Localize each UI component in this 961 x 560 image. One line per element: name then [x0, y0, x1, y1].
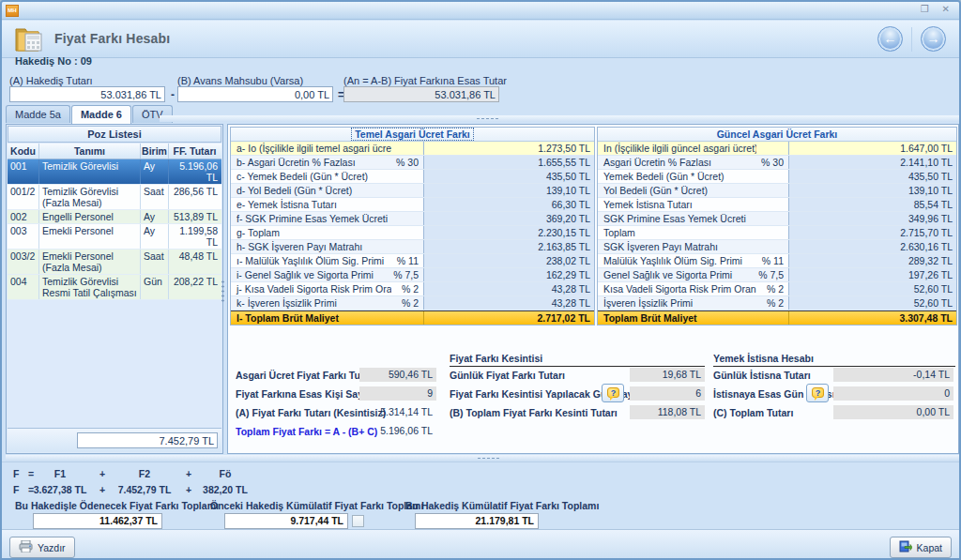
gunluk-fiyat-farki-value: 19,68 TL: [630, 368, 705, 382]
formula-plus-1: +: [99, 468, 105, 479]
column-header-tanimi[interactable]: Tanımı: [39, 144, 141, 159]
poz-list-title: Poz Listesi: [8, 126, 221, 143]
poz-list-header: Kodu Tanımı Birim FF. Tutarı: [8, 144, 221, 159]
formula-f-2: F: [13, 484, 19, 495]
nav-back-button[interactable]: ←: [877, 26, 903, 52]
bottom-splitter[interactable]: [6, 455, 959, 462]
istisna-help-button[interactable]: ?: [806, 384, 829, 402]
vertical-splitter-grip-icon[interactable]: [221, 280, 224, 304]
maximize-button[interactable]: ❐: [921, 4, 929, 14]
kesinti-help-button[interactable]: ?: [602, 384, 624, 402]
calc-row-label: c- Yemek Bedeli (Gün * Ücret): [231, 170, 391, 183]
calc-row-value: 43,28 TL: [423, 296, 594, 310]
calc-row-label: j- Kısa Vadeli Sigorta Risk Prim Oranı: [231, 282, 391, 295]
calc-row-label: Asgari Ücretin % Fazlası: [598, 156, 756, 169]
poz-description-cell: Temizlik Görevlisi: [39, 159, 141, 184]
close-button[interactable]: Kapat: [890, 537, 952, 558]
toplam-fiyat-farki-label: Toplam Fiyat Farkı = A - (B+ C): [236, 426, 377, 437]
app-icon: MH: [6, 5, 19, 17]
poz-code-cell: 003: [8, 224, 39, 249]
minus-operator: -: [171, 88, 175, 101]
calc-row-percent: [391, 240, 423, 253]
guncel-total-row: Toplam Brüt Maliyet 3.307,48 TL: [598, 310, 956, 325]
poz-list-panel: Poz Listesi Kodu Tanımı Birim FF. Tutarı…: [6, 124, 223, 454]
table-row[interactable]: 002 Engelli Personel Ay 513,89 TL: [8, 210, 221, 224]
table-row[interactable]: 003/2 Emekli Personel (Fazla Mesai) Saat…: [8, 250, 221, 275]
poz-code-cell: 001/2: [8, 185, 39, 209]
fiyat-farki-kesintisiz-value: 5.314,14 TL: [359, 405, 436, 419]
calc-row-percent: [391, 198, 423, 211]
help-bubble-icon: ?: [607, 387, 619, 398]
folder-calculator-icon: [13, 23, 49, 58]
poz-amount-cell: 1.199,58 TL: [169, 224, 221, 249]
asgari-ucret-fark-value: 590,46 TL: [359, 368, 436, 382]
nav-forward-button[interactable]: →: [921, 26, 946, 52]
calc-row-label: İşveren İşsizlik Primi: [598, 296, 756, 310]
poz-unit-cell: Saat: [141, 185, 169, 209]
table-row[interactable]: 001 Temizlik Görevlisi Ay 5.196,06 TL: [8, 159, 221, 185]
table-row[interactable]: 004 Temizlik Görevlisi Resmi Tatil Çalış…: [8, 275, 221, 300]
calc-row-label: k- İşveren İşsizlik Primi: [231, 296, 391, 310]
calc-row-label: Toplam: [598, 226, 756, 239]
poz-amount-cell: 286,56 TL: [169, 185, 221, 209]
tab-madde-5a[interactable]: Madde 5a: [6, 105, 70, 123]
calc-row-label: Yol Bedeli (Gün * Ücret): [598, 184, 756, 197]
table-row[interactable]: 003 Emekli Personel Ay 1.199,58 TL: [8, 224, 221, 250]
calc-row-percent: [756, 170, 788, 183]
calc-row-percent: % 7,5: [756, 268, 788, 281]
formula-section: F = F1 + F2 + Fö F = 3.627,38 TL + 7.452…: [2, 462, 959, 499]
print-button[interactable]: Yazdır: [9, 537, 75, 558]
temel-total-row: l- Toplam Brüt Maliyet 2.717,02 TL: [231, 310, 594, 325]
calc-row-label: SGK İşveren Payı Matrahı: [598, 240, 756, 253]
formula-f: F: [13, 468, 19, 479]
calc-row-percent: % 30: [391, 156, 423, 169]
poz-footer: 7.452,79 TL: [8, 428, 221, 452]
bu-kumulatif-field[interactable]: 21.179,81 TL: [415, 513, 539, 529]
calc-row: Asgari Ücretin % Fazlası % 30 2.141,10 T…: [598, 156, 956, 170]
calc-row-value: 139,10 TL: [423, 184, 594, 197]
avans-field[interactable]: 0,00 TL: [177, 86, 333, 102]
table-row[interactable]: 001/2 Temizlik Görevlisi (Fazla Mesai) S…: [8, 185, 221, 210]
bottom-toolbar: Yazdır Kapat: [2, 529, 959, 560]
calc-row-value: 52,60 TL: [788, 296, 956, 310]
titlebar[interactable]: MH ❐ ✕: [2, 2, 959, 20]
app-window: MH ❐ ✕ Fiyat Farkı Hesabı ← → Hakediş No…: [0, 0, 961, 560]
calc-row-label: a- Io (İşçilikle ilgili temel asgari ücr…: [231, 142, 391, 155]
guncel-total-value: 3.307,48 TL: [788, 311, 956, 325]
column-header-birim[interactable]: Birim: [141, 144, 169, 159]
top-splitter[interactable]: [160, 115, 959, 122]
formula-f1-value: 3.627,38 TL: [28, 484, 92, 495]
istisna-gun-sayisi-value: 0: [833, 386, 953, 401]
bu-hakedis-odenecek-field[interactable]: 11.462,37 TL: [33, 513, 162, 529]
calc-row-percent: [756, 240, 788, 253]
poz-amount-cell: 5.196,06 TL: [169, 159, 221, 184]
poz-description-cell: Emekli Personel: [39, 224, 141, 249]
calc-row-label: b- Asgari Ücretin % Fazlası: [231, 156, 391, 169]
onceki-kumulatif-field[interactable]: 9.717,44 TL: [224, 513, 348, 529]
close-window-button[interactable]: ✕: [942, 4, 950, 14]
calc-row-label: Malülük Yaşlılık Ölüm Sig. Primi: [598, 254, 756, 267]
calc-row-percent: % 2: [756, 282, 788, 295]
calc-row-value: 66,30 TL: [423, 198, 594, 211]
kesinti-gun-sayisi-value: 6: [630, 386, 705, 401]
tab-madde-6[interactable]: Madde 6: [71, 105, 131, 124]
column-header-ff-tutari[interactable]: FF. Tutarı: [169, 144, 221, 159]
poz-unit-cell: Ay: [141, 210, 169, 223]
toplam-kesinti-label: (B) Toplam Fiyat Farkı Kesinti Tutarı: [450, 407, 618, 418]
calc-row: In (İşçilikle ilgili güncel asgari ücret…: [598, 142, 956, 156]
hakedis-amount-field[interactable]: 53.031,86 TL: [9, 86, 165, 102]
kumulatif-checkbox[interactable]: [352, 515, 364, 527]
f2-total-field[interactable]: 7.452,79 TL: [77, 432, 218, 448]
temel-total-value: 2.717,02 TL: [423, 311, 594, 325]
gunluk-fiyat-farki-label: Günlük Fiyat Farkı Tutarı: [450, 370, 565, 381]
calc-row-value: 435,50 TL: [423, 170, 594, 183]
calc-row: Yemek İstisna Tutarı 85,54 TL: [598, 198, 956, 212]
column-header-kodu[interactable]: Kodu: [8, 144, 39, 159]
calc-row-percent: [391, 226, 423, 239]
formula-f1: F1: [39, 468, 81, 479]
print-button-label: Yazdır: [38, 542, 66, 553]
formula-plus-2: +: [186, 468, 191, 479]
temel-table-title-text: Temel Asgari Ücret Farkı: [351, 128, 474, 141]
calc-row-percent: [391, 170, 423, 183]
calc-row-value: 2.141,10 TL: [788, 156, 956, 169]
